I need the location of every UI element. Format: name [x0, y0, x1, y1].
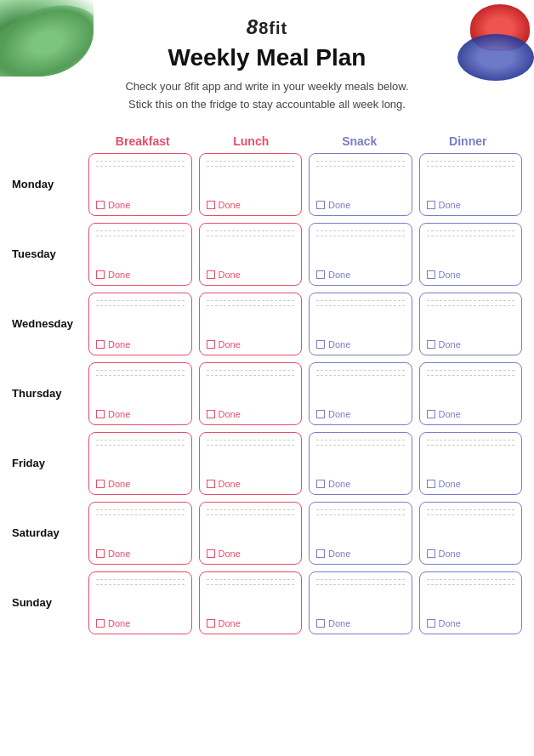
dashed-line — [316, 300, 405, 301]
meal-cell-friday-snack[interactable]: Done — [309, 432, 412, 495]
meal-cell-wednesday-lunch[interactable]: Done — [199, 293, 303, 355]
done-checkbox[interactable] — [96, 549, 105, 558]
done-row[interactable]: Done — [207, 270, 295, 280]
dashed-line — [207, 370, 295, 371]
done-row[interactable]: Done — [96, 549, 185, 559]
done-checkbox[interactable] — [316, 410, 325, 418]
dashed-lines — [427, 579, 515, 585]
done-checkbox[interactable] — [316, 201, 325, 209]
done-checkbox[interactable] — [207, 201, 215, 209]
done-checkbox[interactable] — [207, 549, 215, 558]
rows-container: MondayDoneDoneDoneDoneTuesdayDoneDoneDon… — [12, 153, 522, 634]
done-row[interactable]: Done — [96, 618, 185, 628]
done-row[interactable]: Done — [316, 270, 405, 280]
done-row[interactable]: Done — [207, 479, 295, 489]
done-row[interactable]: Done — [427, 479, 515, 489]
meal-cell-saturday-lunch[interactable]: Done — [199, 502, 303, 565]
dashed-line — [316, 514, 405, 515]
dashed-line — [207, 300, 295, 301]
meal-cell-friday-dinner[interactable]: Done — [419, 432, 523, 495]
done-label: Done — [328, 618, 350, 628]
meal-cell-monday-breakfast[interactable]: Done — [88, 153, 192, 216]
done-row[interactable]: Done — [316, 479, 405, 489]
meal-cell-thursday-dinner[interactable]: Done — [419, 362, 523, 425]
meal-cell-monday-lunch[interactable]: Done — [199, 153, 303, 216]
done-checkbox[interactable] — [427, 270, 435, 279]
done-checkbox[interactable] — [96, 340, 105, 349]
meal-cell-tuesday-breakfast[interactable]: Done — [88, 223, 192, 286]
meal-cell-sunday-snack[interactable]: Done — [309, 571, 412, 634]
done-row[interactable]: Done — [207, 339, 295, 350]
done-row[interactable]: Done — [207, 618, 295, 628]
done-checkbox[interactable] — [96, 270, 105, 279]
done-row[interactable]: Done — [427, 618, 515, 628]
done-row[interactable]: Done — [427, 549, 515, 559]
done-row[interactable]: Done — [427, 270, 515, 280]
meal-cell-thursday-lunch[interactable]: Done — [199, 362, 303, 425]
meal-cell-tuesday-snack[interactable]: Done — [309, 223, 412, 286]
done-checkbox[interactable] — [427, 480, 435, 488]
done-row[interactable]: Done — [427, 339, 515, 350]
dashed-line — [316, 305, 405, 306]
meal-cell-monday-dinner[interactable]: Done — [419, 153, 523, 216]
meal-cell-tuesday-dinner[interactable]: Done — [419, 223, 523, 286]
done-row[interactable]: Done — [96, 479, 185, 489]
done-checkbox[interactable] — [427, 201, 435, 209]
done-checkbox[interactable] — [207, 340, 215, 349]
done-row[interactable]: Done — [316, 200, 405, 210]
meal-cell-sunday-breakfast[interactable]: Done — [88, 571, 192, 634]
dashed-line — [427, 236, 515, 236]
done-checkbox[interactable] — [316, 340, 325, 349]
done-row[interactable]: Done — [316, 339, 405, 350]
done-row[interactable]: Done — [207, 200, 295, 210]
done-checkbox[interactable] — [316, 270, 325, 279]
done-checkbox[interactable] — [96, 619, 105, 628]
done-row[interactable]: Done — [207, 549, 295, 559]
done-checkbox[interactable] — [207, 410, 215, 418]
meal-cell-saturday-snack[interactable]: Done — [309, 502, 412, 565]
done-row[interactable]: Done — [96, 409, 185, 419]
done-checkbox[interactable] — [96, 480, 105, 488]
meal-cell-wednesday-dinner[interactable]: Done — [419, 293, 523, 355]
done-checkbox[interactable] — [427, 340, 435, 349]
done-checkbox[interactable] — [316, 619, 325, 628]
done-checkbox[interactable] — [316, 480, 325, 488]
meal-cell-sunday-lunch[interactable]: Done — [199, 571, 303, 634]
done-row[interactable]: Done — [316, 549, 405, 559]
done-row[interactable]: Done — [427, 409, 515, 419]
done-row[interactable]: Done — [96, 270, 185, 280]
meal-cell-thursday-snack[interactable]: Done — [309, 362, 412, 425]
done-checkbox[interactable] — [207, 619, 215, 628]
meal-cell-thursday-breakfast[interactable]: Done — [88, 362, 192, 425]
done-checkbox[interactable] — [207, 270, 215, 279]
done-checkbox[interactable] — [96, 201, 105, 209]
meal-cell-saturday-breakfast[interactable]: Done — [88, 502, 192, 565]
done-checkbox[interactable] — [316, 549, 325, 558]
done-checkbox[interactable] — [207, 480, 215, 488]
done-checkbox[interactable] — [427, 619, 435, 628]
done-row[interactable]: Done — [316, 409, 405, 419]
dashed-line — [96, 440, 185, 441]
done-row[interactable]: Done — [316, 618, 405, 628]
done-row[interactable]: Done — [207, 409, 295, 419]
meal-cell-monday-snack[interactable]: Done — [309, 153, 412, 216]
dashed-line — [96, 579, 185, 580]
done-row[interactable]: Done — [427, 200, 515, 210]
meal-cell-wednesday-breakfast[interactable]: Done — [88, 293, 192, 355]
col-snack: Snack — [305, 134, 414, 153]
meal-cell-tuesday-lunch[interactable]: Done — [199, 223, 303, 286]
done-checkbox[interactable] — [427, 549, 435, 558]
done-checkbox[interactable] — [96, 410, 105, 418]
meal-cell-wednesday-snack[interactable]: Done — [309, 293, 412, 355]
meal-cell-friday-lunch[interactable]: Done — [199, 432, 303, 495]
meal-cell-friday-breakfast[interactable]: Done — [88, 432, 192, 495]
done-label: Done — [328, 409, 350, 419]
meal-cell-saturday-dinner[interactable]: Done — [419, 502, 523, 565]
dashed-line — [207, 230, 295, 231]
done-label: Done — [108, 339, 130, 350]
done-label: Done — [219, 618, 241, 628]
done-checkbox[interactable] — [427, 410, 435, 418]
done-row[interactable]: Done — [96, 339, 185, 350]
meal-cell-sunday-dinner[interactable]: Done — [419, 571, 523, 634]
done-row[interactable]: Done — [96, 200, 185, 210]
